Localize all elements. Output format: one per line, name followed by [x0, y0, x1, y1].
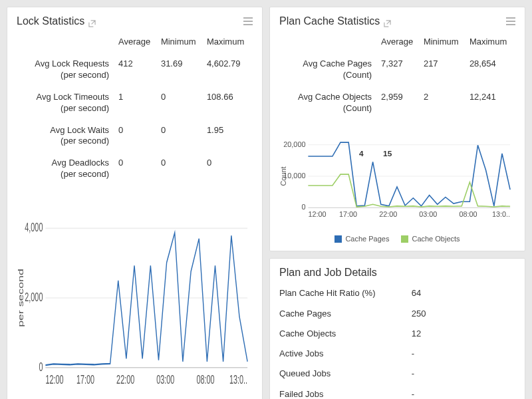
ytick: 0	[39, 360, 43, 373]
row-label: Avg Cache Pages (Count)	[279, 53, 378, 86]
detail-key: Cache Objects	[279, 329, 412, 339]
table-row: Avg Cache Objects (Count) 2,959 2 12,241	[279, 86, 515, 120]
panel-title-text: Lock Statistics	[17, 15, 84, 27]
cell-min: 0	[158, 120, 204, 153]
detail-key: Failed Jobs	[279, 389, 412, 399]
plan-cache-title: Plan Cache Statistics	[279, 15, 391, 27]
cell-max: 1.95	[204, 120, 253, 153]
row-label: Avg Deadlocks	[52, 158, 109, 168]
cell-avg: 0	[116, 120, 158, 153]
xtick: 12:00	[308, 210, 326, 218]
panel-title-text: Plan Cache Statistics	[279, 15, 380, 27]
detail-value: 64	[412, 288, 421, 299]
series-lock-requests	[45, 233, 247, 365]
col-maximum: Maximum	[467, 33, 515, 53]
xtick: 08:00	[459, 210, 477, 218]
detail-row: Queued Jobs-	[279, 368, 515, 379]
cell-min: 2	[421, 86, 467, 120]
detail-row: Active Jobs-	[279, 348, 515, 359]
swatch	[334, 235, 342, 243]
lock-stats-title: Lock Statistics	[17, 15, 96, 27]
legend-item: Cache Pages	[334, 235, 389, 243]
xtick: 17:00	[339, 210, 357, 218]
detail-key: Cache Pages	[279, 309, 412, 319]
detail-row: Plan Cache Hit Ratio (%)64	[279, 288, 515, 299]
panel-menu-icon[interactable]	[506, 17, 515, 25]
detail-row: Cache Pages250	[279, 309, 515, 319]
plan-job-details-panel: Plan and Job Details Plan Cache Hit Rati…	[269, 258, 525, 399]
xtick: 13:0..	[492, 210, 510, 218]
row-sublabel: (per second)	[19, 136, 109, 147]
xtick: 08:00	[196, 373, 214, 386]
col-average: Average	[378, 33, 421, 53]
xtick: 13:0..	[229, 373, 247, 386]
xtick: 03:00	[156, 373, 174, 386]
detail-value: -	[412, 348, 414, 359]
lock-statistics-panel: Lock Statistics Average Minimum Maximum …	[7, 7, 263, 399]
series-cache-pages	[308, 142, 510, 206]
legend-label: Cache Pages	[345, 235, 389, 243]
swatch	[401, 235, 408, 243]
plan-cache-table: Average Minimum Maximum Avg Cache Pages …	[279, 33, 515, 120]
lock-stats-table: Average Minimum Maximum Avg Lock Request…	[17, 33, 253, 186]
col-maximum: Maximum	[204, 33, 253, 53]
detail-key: Queued Jobs	[279, 368, 412, 379]
details-title: Plan and Job Details	[279, 267, 515, 279]
row-label: Avg Lock Requests	[35, 59, 109, 68]
plan-cache-panel: Plan Cache Statistics Average Minimum Ma…	[269, 7, 525, 251]
y-axis-title: per second	[17, 269, 25, 327]
table-row: Avg Cache Pages (Count) 7,327 217 28,654	[279, 53, 515, 86]
panel-menu-icon[interactable]	[243, 17, 253, 25]
table-row: Avg Lock Timeouts(per second) 1 0 108.66	[17, 86, 253, 120]
row-sublabel: (per second)	[19, 103, 109, 114]
detail-key: Active Jobs	[279, 348, 412, 359]
row-sublabel: (per second)	[19, 169, 109, 180]
cell-avg: 2,959	[378, 86, 421, 120]
detail-value: 250	[412, 309, 426, 319]
external-link-icon[interactable]	[384, 18, 391, 25]
detail-value: 12	[412, 329, 421, 339]
cell-min: 0	[158, 86, 204, 120]
xtick: 17:00	[76, 373, 94, 386]
ytick: 2,000	[25, 291, 43, 303]
external-link-icon[interactable]	[88, 18, 96, 25]
plan-cache-chart: Count 0 10,000 20,000 12:00 17:00 22:00 …	[279, 130, 515, 229]
cell-min: 31.69	[158, 53, 204, 86]
detail-key: Plan Cache Hit Ratio (%)	[279, 288, 412, 299]
panel-header: Plan Cache Statistics	[279, 15, 515, 27]
cell-avg: 7,327	[378, 53, 421, 86]
ytick: 10,000	[283, 172, 305, 180]
ytick: 0	[301, 203, 305, 211]
cell-max: 12,241	[467, 86, 515, 120]
table-row: Avg Deadlocks(per second) 0 0 0	[17, 152, 253, 186]
panel-header: Lock Statistics	[17, 15, 253, 27]
ytick: 20,000	[283, 140, 305, 148]
legend-item: Cache Objects	[401, 235, 460, 243]
cell-min: 0	[158, 152, 204, 186]
row-sublabel: (per second)	[19, 70, 109, 81]
cell-max: 108.66	[204, 86, 253, 120]
row-label: Avg Cache Objects (Count)	[279, 86, 378, 120]
cell-min: 217	[421, 53, 467, 86]
cell-max: 0	[204, 152, 253, 186]
col-average: Average	[116, 33, 158, 53]
detail-row: Cache Objects12	[279, 329, 515, 339]
plan-cache-legend: Cache Pages Cache Objects	[279, 235, 515, 243]
row-label: Avg Lock Timeouts	[37, 92, 110, 102]
ytick: 4,000	[25, 221, 43, 234]
chart-annotation: 4	[359, 149, 364, 158]
detail-row: Failed Jobs-	[279, 389, 515, 399]
cell-avg: 1	[116, 86, 158, 120]
col-minimum: Minimum	[421, 33, 467, 53]
cell-max: 28,654	[467, 53, 515, 86]
legend-label: Cache Objects	[412, 235, 460, 243]
chart-annotation: 15	[383, 149, 392, 158]
cell-avg: 0	[116, 152, 158, 186]
table-row: Avg Lock Waits(per second) 0 0 1.95	[17, 120, 253, 153]
row-label: Avg Lock Waits	[50, 125, 109, 135]
cell-max: 4,602.79	[204, 53, 253, 86]
cell-avg: 412	[116, 53, 158, 86]
detail-value: -	[412, 368, 414, 379]
detail-value: -	[412, 389, 414, 399]
xtick: 22:00	[379, 210, 397, 218]
